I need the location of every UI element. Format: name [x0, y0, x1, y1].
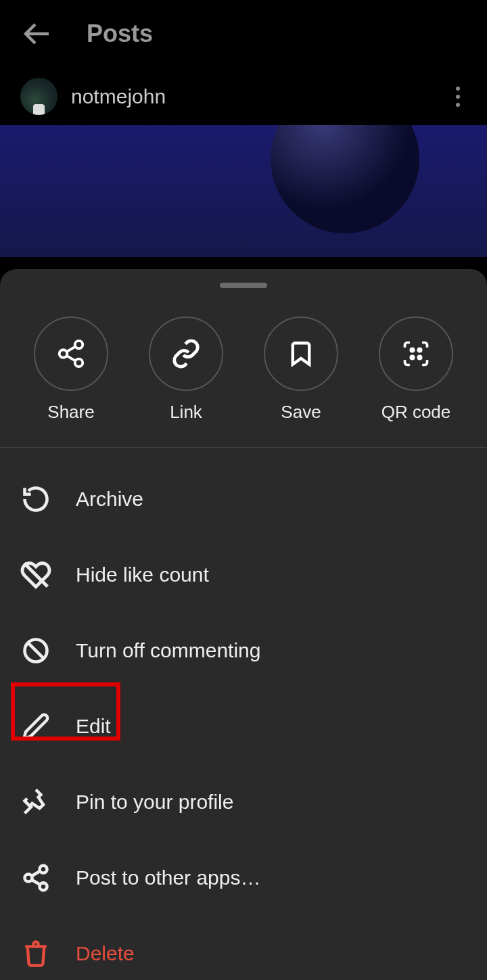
qrcode-icon — [379, 317, 453, 391]
hide-like-count-menu-item[interactable]: Hide like count — [0, 537, 487, 613]
archive-icon — [20, 484, 51, 515]
svg-point-8 — [411, 356, 413, 358]
action-row: Share Link Save — [0, 308, 487, 447]
bottom-sheet: Share Link Save — [0, 269, 487, 980]
pencil-icon — [20, 711, 51, 742]
svg-line-13 — [25, 806, 32, 814]
svg-point-15 — [25, 874, 32, 882]
bookmark-icon — [264, 317, 338, 391]
svg-line-18 — [32, 880, 40, 885]
post-header: notmejohn — [0, 68, 487, 125]
svg-line-5 — [66, 356, 75, 361]
comment-off-icon — [20, 635, 51, 666]
header: Posts — [0, 0, 487, 68]
svg-point-2 — [60, 350, 68, 358]
heart-off-icon — [20, 559, 51, 590]
svg-point-7 — [418, 348, 421, 351]
pin-to-profile-label: Pin to your profile — [76, 791, 233, 814]
menu-list: Archive Hide like count Turn off comment… — [0, 448, 487, 980]
drag-handle[interactable] — [220, 283, 267, 288]
trash-icon — [20, 938, 51, 969]
edit-menu-item[interactable]: Edit — [0, 689, 487, 764]
post-image — [0, 125, 487, 257]
pin-to-profile-menu-item[interactable]: Pin to your profile — [0, 764, 487, 840]
share-label: Share — [47, 402, 94, 423]
link-action[interactable]: Link — [149, 317, 223, 423]
qrcode-action[interactable]: QR code — [379, 317, 453, 423]
link-icon — [149, 317, 223, 391]
share-icon — [34, 317, 108, 391]
qrcode-label: QR code — [381, 402, 451, 423]
edit-label: Edit — [76, 715, 111, 738]
delete-menu-item[interactable]: Delete — [0, 916, 487, 980]
hide-like-count-label: Hide like count — [76, 563, 209, 586]
svg-point-1 — [75, 341, 83, 348]
svg-line-4 — [66, 346, 75, 352]
svg-point-9 — [418, 356, 421, 358]
username: notmejohn — [71, 85, 166, 108]
turn-off-commenting-menu-item[interactable]: Turn off commenting — [0, 613, 487, 689]
turn-off-commenting-label: Turn off commenting — [76, 639, 260, 662]
share-action[interactable]: Share — [34, 317, 108, 423]
svg-line-12 — [27, 642, 45, 659]
more-options-icon[interactable] — [449, 80, 467, 114]
post-to-other-apps-menu-item[interactable]: Post to other apps… — [0, 840, 487, 916]
share-alt-icon — [20, 862, 51, 893]
post-to-other-apps-label: Post to other apps… — [76, 866, 261, 889]
archive-menu-item[interactable]: Archive — [0, 461, 487, 537]
delete-label: Delete — [76, 942, 135, 965]
svg-point-14 — [40, 866, 47, 873]
save-label: Save — [281, 402, 321, 423]
svg-point-3 — [75, 359, 83, 367]
back-arrow-icon[interactable] — [20, 18, 53, 50]
avatar — [20, 78, 57, 115]
archive-label: Archive — [76, 488, 143, 511]
save-action[interactable]: Save — [264, 317, 338, 423]
link-label: Link — [170, 402, 202, 423]
page-title: Posts — [87, 20, 153, 48]
post-author[interactable]: notmejohn — [20, 78, 166, 115]
pin-icon — [20, 787, 51, 818]
svg-point-6 — [411, 348, 413, 351]
svg-line-17 — [32, 871, 40, 876]
svg-point-16 — [40, 883, 47, 890]
